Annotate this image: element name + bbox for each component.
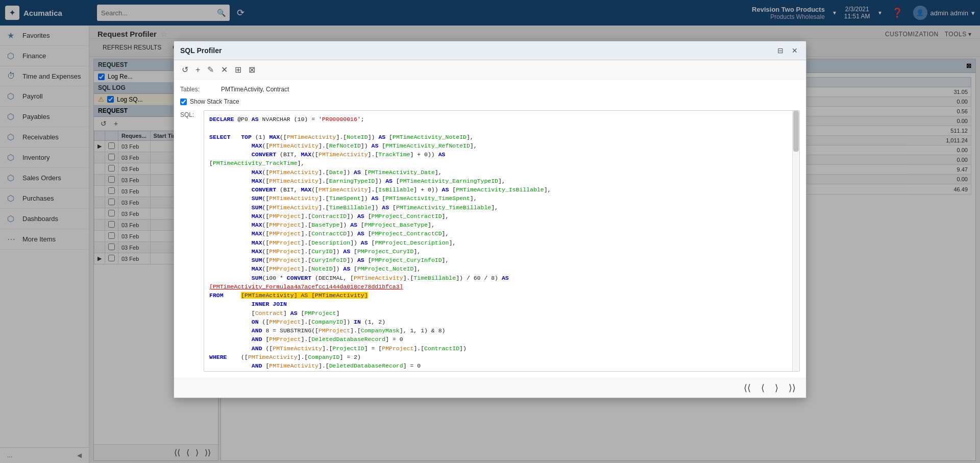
modal-body: Tables: PMTimeActivity, Contract Show St…	[174, 80, 806, 378]
sql-content-area[interactable]: DECLARE @P0 AS NVARCHAR (10) = 'PR000000…	[204, 110, 800, 372]
modal-first-btn[interactable]: ⟨⟨	[740, 381, 755, 395]
tables-value: PMTimeActivity, Contract	[221, 86, 289, 93]
sql-row: SQL: DECLARE @P0 AS NVARCHAR (10) = 'PR0…	[180, 110, 800, 372]
modal-header: SQL Profiler ⊟ ✕	[174, 41, 806, 60]
modal-overlay: SQL Profiler ⊟ ✕ ↺ + ✎ ✕ ⊞ ⊠ Tables: PMT…	[0, 0, 980, 463]
modal-next-btn[interactable]: ⟩	[771, 381, 782, 395]
modal-copy-icon[interactable]: ⊞	[233, 63, 243, 76]
stack-trace-checkbox[interactable]	[180, 99, 187, 105]
tables-label: Tables:	[180, 86, 216, 93]
modal-delete-icon[interactable]: ✕	[219, 63, 229, 76]
modal-grid-icon[interactable]: ⊠	[247, 63, 257, 76]
modal-last-btn[interactable]: ⟩⟩	[785, 381, 800, 395]
modal-edit-icon[interactable]: ✎	[206, 63, 215, 76]
stack-trace-label: Show Stack Trace	[190, 98, 239, 105]
sql-profiler-modal: SQL Profiler ⊟ ✕ ↺ + ✎ ✕ ⊞ ⊠ Tables: PMT…	[174, 41, 806, 398]
modal-refresh-icon[interactable]: ↺	[180, 63, 190, 76]
modal-footer: ⟨⟨ ⟨ ⟩ ⟩⟩	[174, 378, 806, 398]
modal-restore-button[interactable]: ⊟	[775, 45, 786, 56]
sql-field-label: SQL:	[180, 110, 199, 118]
sql-vertical-scrollbar[interactable]	[792, 111, 799, 371]
modal-title: SQL Profiler	[180, 46, 771, 55]
modal-prev-btn[interactable]: ⟨	[757, 381, 769, 395]
modal-add-icon[interactable]: +	[194, 64, 202, 76]
scrollbar-track	[793, 111, 799, 371]
modal-close-button[interactable]: ✕	[790, 45, 800, 56]
sql-text: DECLARE @P0 AS NVARCHAR (10) = 'PR000000…	[204, 111, 799, 372]
tables-row: Tables: PMTimeActivity, Contract	[180, 86, 800, 93]
modal-toolbar: ↺ + ✎ ✕ ⊞ ⊠	[174, 60, 806, 80]
stack-trace-row: Show Stack Trace	[180, 98, 800, 105]
scrollbar-thumb	[793, 111, 799, 152]
